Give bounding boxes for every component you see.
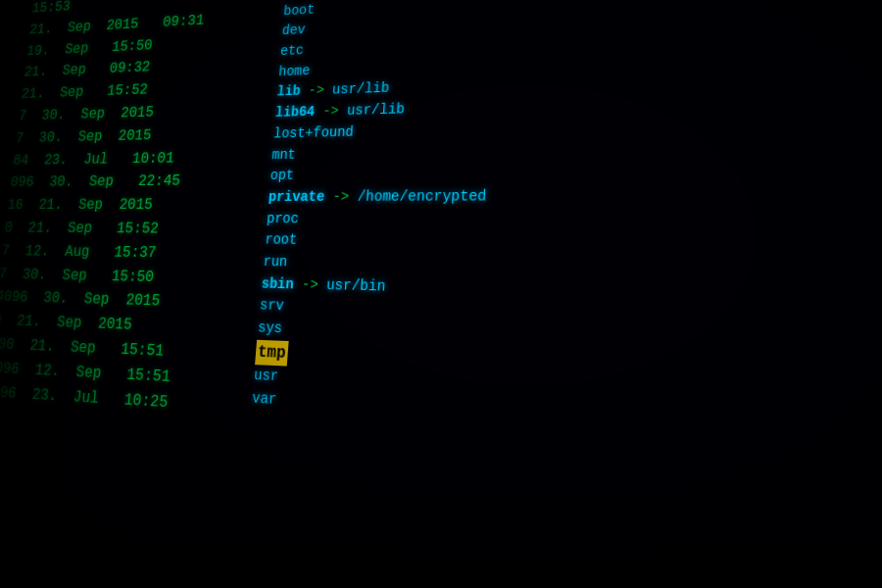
ls-row: 7 12. Aug 15:37 [0, 240, 157, 266]
dir-usr: usr [253, 366, 279, 389]
dir-sys: sys [257, 318, 283, 341]
ls-row: 0 21. Sep 15:52 [3, 217, 160, 241]
terminal-content: 15:53 21. Sep 2015 09:31 19. Sep 15:50 2… [0, 0, 882, 588]
ls-row: 096 30. Sep 22:45 [9, 170, 181, 194]
dir-proc: proc [266, 209, 299, 230]
ls-row: 7 30. Sep 2015 [15, 124, 153, 150]
dir-sbin: sbin [261, 273, 295, 296]
dir-lib64: lib64 [274, 102, 316, 123]
right-column: bin -> usr/bin boot dev etc home lib -> … [222, 0, 804, 588]
dir-lib: lib [276, 81, 302, 103]
dir-root: root [264, 230, 297, 252]
dir-run: run [263, 252, 288, 274]
dir-opt: opt [270, 166, 295, 187]
terminal-window: 15:53 21. Sep 2015 09:31 19. Sep 15:50 2… [0, 0, 882, 588]
dir-lost-found: lost+found [272, 122, 354, 144]
dir-home: home [277, 61, 311, 82]
dir-tmp: tmp [255, 339, 288, 367]
dir-dev: dev [281, 21, 306, 42]
dir-srv: srv [259, 295, 284, 318]
ls-row: 16 21. Sep 2015 [6, 194, 153, 218]
dir-var: var [251, 388, 277, 413]
dir-etc: etc [279, 41, 304, 63]
dir-mnt: mnt [271, 144, 297, 166]
dir-boot: boot [283, 0, 316, 22]
dir-private: private [268, 186, 325, 208]
ls-row: 84 23. Jul 10:01 [12, 147, 175, 172]
